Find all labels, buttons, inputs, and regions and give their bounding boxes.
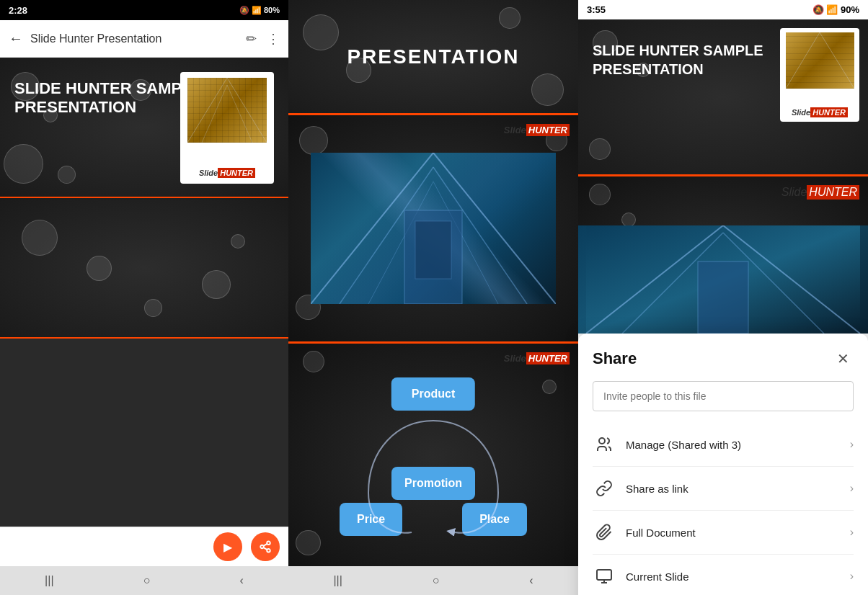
svg-line-0 bbox=[187, 78, 227, 143]
edit-icon[interactable]: ✏ bbox=[246, 31, 257, 47]
manage-option[interactable]: Manage (Shared with 3) › bbox=[593, 423, 854, 467]
share-link-label: Share as link bbox=[626, 483, 850, 495]
left-status-icons: 🔕 📶 80% bbox=[239, 6, 280, 15]
right-status-bar: 3:55 🔕 📶 90% bbox=[578, 0, 868, 19]
slide1-card-image bbox=[187, 78, 267, 143]
svg-line-8 bbox=[263, 544, 267, 546]
back-button[interactable]: ← bbox=[9, 30, 23, 47]
logo-hunter-text: HUNTER bbox=[218, 168, 255, 178]
right-card-image bbox=[786, 32, 854, 89]
svg-line-18 bbox=[786, 32, 820, 89]
right-slide-2[interactable]: Slide HUNTER bbox=[578, 176, 868, 334]
mid-logo-hunter: HUNTER bbox=[526, 124, 570, 136]
slide-item-1[interactable]: SLIDE HUNTER SAMPLE PRESENTATION Slide H… bbox=[0, 58, 288, 198]
middle-slide2-logo: Slide HUNTER bbox=[504, 352, 570, 364]
current-slide-icon bbox=[593, 565, 616, 588]
svg-point-4 bbox=[267, 542, 270, 545]
svg-line-19 bbox=[820, 32, 854, 89]
svg-point-5 bbox=[260, 545, 264, 549]
left-panel: 2:28 🔕 📶 80% ← Slide Hunter Presentation… bbox=[0, 0, 288, 595]
mid-nav-menu[interactable]: ||| bbox=[333, 574, 342, 587]
manage-icon bbox=[593, 433, 616, 456]
slide1-logo: Slide HUNTER bbox=[199, 168, 255, 178]
full-document-option[interactable]: Full Document › bbox=[593, 511, 854, 555]
share-link-option[interactable]: Share as link › bbox=[593, 467, 854, 511]
full-document-label: Full Document bbox=[626, 527, 850, 539]
right-status-icons: 🔕 📶 90% bbox=[812, 4, 859, 15]
left-nav-home[interactable]: ○ bbox=[143, 574, 151, 587]
invite-input[interactable] bbox=[593, 381, 854, 411]
left-nav-back[interactable]: ‹ bbox=[240, 574, 244, 587]
share-button[interactable] bbox=[251, 532, 280, 561]
right-panel: 3:55 🔕 📶 90% SLIDE HUNTER SAMPLE PRESENT… bbox=[578, 0, 868, 595]
toolbar-icons: ✏ ⋮ bbox=[246, 31, 280, 47]
right-arch-photo bbox=[578, 225, 868, 334]
middle-slide-1[interactable]: Slide HUNTER bbox=[288, 115, 578, 344]
presentation-title: Slide Hunter Presentation bbox=[30, 32, 239, 45]
full-document-arrow: › bbox=[850, 526, 854, 539]
svg-point-26 bbox=[599, 438, 605, 444]
right-slide2-logo: Slide HUNTER bbox=[781, 185, 859, 200]
svg-line-2 bbox=[202, 85, 227, 143]
presentation-main-title: PRESENTATION bbox=[347, 45, 519, 68]
architecture-photo bbox=[311, 153, 556, 304]
svg-rect-25 bbox=[698, 261, 748, 334]
svg-point-6 bbox=[267, 549, 270, 552]
middle-android-nav: ||| ○ ‹ bbox=[288, 566, 578, 595]
current-slide-option[interactable]: Current Slide › bbox=[593, 555, 854, 595]
share-link-icon bbox=[593, 477, 616, 500]
svg-line-1 bbox=[227, 78, 267, 143]
mid-logo2-slide: Slide bbox=[504, 353, 526, 364]
share-close-button[interactable]: ✕ bbox=[832, 348, 854, 370]
share-link-arrow: › bbox=[850, 482, 854, 495]
middle-panel: PRESENTATION Slide HUNTER bbox=[288, 0, 578, 595]
current-slide-arrow: › bbox=[850, 570, 854, 583]
left-bottom-nav: ▶ bbox=[0, 527, 288, 566]
left-toolbar: ← Slide Hunter Presentation ✏ ⋮ bbox=[0, 20, 288, 58]
presentation-header: PRESENTATION bbox=[288, 0, 578, 115]
marketing-diagram: Product Price Place Promotion bbox=[340, 377, 527, 536]
middle-slide-2[interactable]: Slide HUNTER Product Price Place Promoti… bbox=[288, 344, 578, 566]
full-document-icon bbox=[593, 521, 616, 544]
manage-label: Manage (Shared with 3) bbox=[626, 439, 850, 451]
share-title: Share bbox=[593, 349, 637, 368]
svg-rect-27 bbox=[597, 570, 611, 580]
more-icon[interactable]: ⋮ bbox=[267, 31, 280, 47]
share-panel: Share ✕ Manage (Shared with 3) › bbox=[578, 334, 868, 595]
left-status-bar: 2:28 🔕 📶 80% bbox=[0, 0, 288, 20]
share-header: Share ✕ bbox=[593, 348, 854, 370]
mid-logo-slide: Slide bbox=[504, 125, 526, 135]
middle-slides: Slide HUNTER bbox=[288, 115, 578, 566]
left-time: 2:28 bbox=[9, 5, 27, 16]
mid-logo2-hunter: HUNTER bbox=[526, 352, 570, 364]
right-time: 3:55 bbox=[587, 4, 606, 15]
logo-slide-text: Slide bbox=[199, 169, 218, 177]
mid-nav-back[interactable]: ‹ bbox=[529, 574, 533, 587]
current-slide-label: Current Slide bbox=[626, 571, 850, 583]
right-slides: SLIDE HUNTER SAMPLE PRESENTATION Slide H… bbox=[578, 19, 868, 334]
svg-line-3 bbox=[227, 85, 252, 143]
right-slide1-card: Slide HUNTER bbox=[780, 28, 859, 122]
middle-slide1-logo: Slide HUNTER bbox=[504, 124, 570, 136]
svg-rect-16 bbox=[415, 221, 451, 279]
right-slide-1[interactable]: SLIDE HUNTER SAMPLE PRESENTATION Slide H… bbox=[578, 19, 868, 176]
left-nav-menu[interactable]: ||| bbox=[45, 574, 53, 587]
manage-arrow: › bbox=[850, 438, 854, 451]
left-android-nav: ||| ○ ‹ bbox=[0, 566, 288, 595]
slide-item-2[interactable] bbox=[0, 198, 288, 339]
play-button[interactable]: ▶ bbox=[213, 532, 242, 561]
slide1-card: Slide HUNTER bbox=[180, 72, 274, 184]
svg-line-7 bbox=[263, 547, 267, 550]
mid-nav-home[interactable]: ○ bbox=[433, 574, 440, 587]
slide-list: SLIDE HUNTER SAMPLE PRESENTATION Slide H… bbox=[0, 58, 288, 527]
right-card-logo: Slide HUNTER bbox=[792, 107, 848, 117]
